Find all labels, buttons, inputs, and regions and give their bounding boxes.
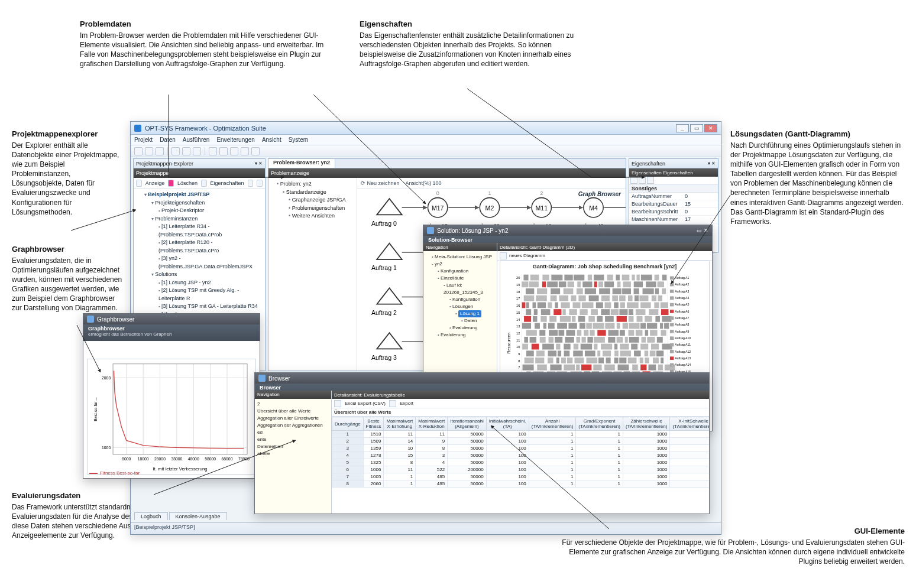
- sort-icon[interactable]: [630, 177, 637, 184]
- search-icon[interactable]: [647, 177, 654, 184]
- tree-item[interactable]: Evaluierung: [449, 324, 494, 332]
- tree-item[interactable]: Konfiguration: [449, 296, 494, 303]
- tree-item[interactable]: Daten: [461, 317, 494, 324]
- table-row[interactable]: 1151811115000010011100011: [332, 431, 710, 438]
- delete-icon[interactable]: [168, 180, 174, 187]
- table-header[interactable]: Durchgänge: [332, 417, 364, 431]
- tree-item[interactable]: [3] Lösung TSP mit GA - Leiterplatte R34: [158, 303, 263, 311]
- toolbar-icon[interactable]: [182, 147, 190, 155]
- prop-val[interactable]: 0: [682, 208, 718, 215]
- toolbar-icon[interactable]: [219, 147, 228, 155]
- tree-item[interactable]: [2] Lösung TSP mit Greedy Alg. - Leiterp…: [158, 287, 263, 303]
- tree-node[interactable]: Projekteigenschaften: [151, 199, 263, 207]
- tab-konsole[interactable]: Konsolen-Ausgabe: [169, 512, 227, 520]
- export-icon[interactable]: [389, 400, 396, 407]
- btn-eigenschaften[interactable]: Eigenschaften: [211, 180, 244, 186]
- menu-item[interactable]: Erweiterungen: [216, 137, 254, 143]
- table-header[interactable]: Grad/Exponent (TA/Inkrementieren): [576, 417, 623, 431]
- graphbrowser-window[interactable]: Graphbrowser Graphbrowserermöglicht das …: [83, 313, 260, 479]
- nav-item[interactable]: Übersicht über alle Werte: [257, 408, 329, 415]
- zoom-icon[interactable]: [248, 180, 254, 187]
- maximize-button[interactable]: ▭: [690, 124, 703, 132]
- table-row[interactable]: 215091495000010011100011: [332, 438, 710, 445]
- tree-item[interactable]: Evaluierung: [438, 332, 494, 339]
- nav-item[interactable]: abelle: [257, 450, 329, 457]
- tree-item[interactable]: Lauf Id: 201268_152345_3: [444, 282, 494, 296]
- btn-neues-diagramm[interactable]: neues Diagramm: [509, 253, 545, 258]
- toolbar-icon[interactable]: [209, 147, 217, 155]
- btn-anzeige[interactable]: Anzeige: [145, 180, 165, 186]
- nav-item[interactable]: ente: [257, 436, 329, 443]
- menu-item[interactable]: Ansicht: [262, 137, 281, 143]
- toolbar-icon[interactable]: [145, 147, 153, 155]
- table-row[interactable]: 610061152220000010011100011: [332, 466, 710, 473]
- titlebar[interactable]: OPT-SYS Framework - Optimization Suite _…: [131, 122, 721, 135]
- tree-item[interactable]: [1] Leiterplatte R34 - (Problems.TSP.Dat…: [158, 223, 263, 239]
- tree-item[interactable]: Lösung 1: [455, 310, 494, 317]
- table-header[interactable]: Anzahl (TA/Inkrementieren): [529, 417, 576, 431]
- tree-item[interactable]: [1] Lösung JSP - yn2: [158, 279, 263, 287]
- tree-item[interactable]: [3] yn2 - (Problems.JSP.GA.Data.cProblem…: [158, 255, 263, 271]
- new-diagram-icon[interactable]: [500, 252, 507, 259]
- tree-node[interactable]: Solutions: [151, 271, 263, 279]
- menu-item[interactable]: Daten: [160, 137, 176, 143]
- table-row[interactable]: 7100514855000010011100011: [332, 473, 710, 480]
- tree-item[interactable]: Projekt-Deskriptor: [158, 207, 263, 215]
- tree-item[interactable]: Lösungen: [449, 303, 494, 310]
- nav-item[interactable]: Aggregation der Aggregationen: [257, 422, 329, 429]
- tree-item[interactable]: Einzelläufe: [438, 275, 494, 282]
- table-row[interactable]: 313591085000010011100011: [332, 445, 710, 452]
- property-grid[interactable]: Sonstiges AuftragsNummer0 BearbeitungsDa…: [629, 185, 718, 223]
- nav-item[interactable]: ed: [257, 429, 329, 436]
- tab-problem[interactable]: Problem-Browser: yn2: [268, 159, 335, 168]
- az-icon[interactable]: [639, 177, 646, 184]
- tree-root[interactable]: Meta-Solution: Lösung JSP - yn2: [432, 254, 494, 268]
- tree-node[interactable]: Probleminstanzen: [151, 215, 263, 223]
- tree-item[interactable]: Problemeigenschaften: [289, 204, 354, 213]
- btn-loeschen[interactable]: Löschen: [177, 180, 198, 186]
- menu-item[interactable]: Projekt: [134, 137, 153, 143]
- props-icon[interactable]: [201, 180, 207, 187]
- tree-root[interactable]: Beispielprojekt JSP/TSP: [144, 191, 263, 199]
- problem-tree[interactable]: Problem: yn2 Standardanzeige Graphanzeig…: [268, 178, 357, 371]
- btn-csv-export[interactable]: Excel Export (CSV): [345, 401, 386, 406]
- table-row[interactable]: 51325845000010011100011: [332, 459, 710, 466]
- eval-nav[interactable]: Navigation 2 Übersicht über alle Werte A…: [255, 391, 332, 514]
- tree-item[interactable]: Graphanzeige JSP/GA: [289, 196, 354, 204]
- toolbar-icon[interactable]: [171, 147, 180, 155]
- toolbar-icon[interactable]: [134, 147, 143, 155]
- table-header[interactable]: Iterationsanzahl (Allgemein): [448, 417, 486, 431]
- zoom-icon[interactable]: [257, 180, 263, 187]
- tree-item[interactable]: Weitere Ansichten: [289, 212, 354, 220]
- table-row[interactable]: 412781535000010011100011: [332, 452, 710, 459]
- prop-val[interactable]: 17: [682, 216, 718, 223]
- toolbar-icon[interactable]: [230, 147, 238, 155]
- menu-item[interactable]: Ausführen: [183, 137, 210, 143]
- fitness-chart[interactable]: 8000180002800038000480005800068000780001…: [87, 359, 256, 475]
- tree-item[interactable]: [2] Leiterplatte R120 - (Problems.TSP.Da…: [158, 239, 263, 255]
- btn-export[interactable]: Export: [400, 401, 413, 406]
- minimize-button[interactable]: _: [676, 124, 689, 132]
- tree-item[interactable]: Standardanzeige: [283, 189, 354, 197]
- table-header[interactable]: Beste Fitness: [363, 417, 384, 431]
- prop-val[interactable]: 0: [682, 193, 718, 200]
- table-header[interactable]: Maximalwert X-Erhöhung: [384, 417, 416, 431]
- table-header[interactable]: X-InitSchwelle (TA/Inkrementieren): [670, 417, 709, 431]
- btn-neuzeichnen[interactable]: Neu zeichnen: [367, 180, 400, 186]
- table-header[interactable]: Maximalwert X-Reduktion: [416, 417, 448, 431]
- toolbar-icon[interactable]: [251, 147, 260, 155]
- toolbar-icon[interactable]: [241, 147, 249, 155]
- nav-item[interactable]: 2: [257, 401, 329, 408]
- csv-export-icon[interactable]: [334, 400, 341, 407]
- toolbar-icon[interactable]: [156, 147, 164, 155]
- tab-logbuch[interactable]: Logbuch: [134, 512, 168, 520]
- evalbrowser-window[interactable]: Browser BrowserLösungsobjekte an Navigat…: [254, 372, 710, 514]
- nav-item[interactable]: Aggregation aller Einzelwerte: [257, 415, 329, 422]
- nav-item[interactable]: Datenreihen: [257, 443, 329, 450]
- tree-item[interactable]: Konfiguration: [438, 268, 494, 275]
- toolbar-icon[interactable]: [193, 147, 201, 155]
- prop-val[interactable]: 15: [682, 200, 718, 207]
- close-button[interactable]: ✕: [704, 124, 717, 132]
- table-header[interactable]: Initialwahrscheinl. (TA): [486, 417, 529, 431]
- menu-item[interactable]: System: [289, 137, 308, 143]
